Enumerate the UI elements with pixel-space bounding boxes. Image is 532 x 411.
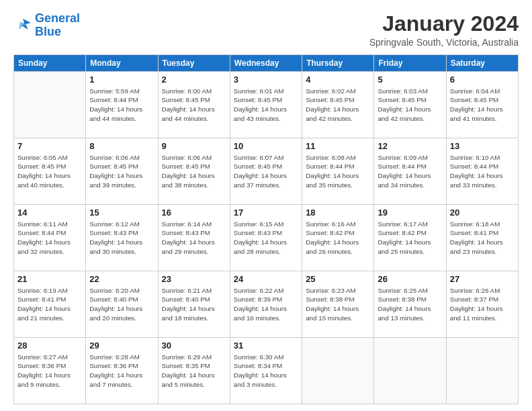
calendar-cell: 9Sunrise: 6:06 AMSunset: 8:45 PMDaylight… xyxy=(158,138,230,205)
col-thursday: Thursday xyxy=(302,55,374,72)
day-info: Sunrise: 6:21 AMSunset: 8:40 PMDaylight:… xyxy=(162,286,226,323)
day-info: Sunrise: 6:10 AMSunset: 8:44 PMDaylight:… xyxy=(450,153,515,190)
col-saturday: Saturday xyxy=(446,55,518,72)
day-number: 30 xyxy=(162,340,226,352)
day-number: 26 xyxy=(378,273,442,285)
day-number: 11 xyxy=(306,140,370,152)
calendar-cell: 25Sunrise: 6:23 AMSunset: 8:38 PMDayligh… xyxy=(302,271,374,338)
day-number: 3 xyxy=(234,74,298,86)
day-info: Sunrise: 6:25 AMSunset: 8:38 PMDaylight:… xyxy=(378,286,442,323)
day-info: Sunrise: 6:06 AMSunset: 8:45 PMDaylight:… xyxy=(89,153,154,190)
day-number: 14 xyxy=(17,207,82,219)
calendar-cell xyxy=(446,338,518,404)
day-number: 24 xyxy=(234,273,298,285)
day-info: Sunrise: 5:59 AMSunset: 8:44 PMDaylight:… xyxy=(89,87,154,124)
day-number: 4 xyxy=(306,74,370,86)
day-info: Sunrise: 6:17 AMSunset: 8:42 PMDaylight:… xyxy=(378,220,442,257)
day-info: Sunrise: 6:01 AMSunset: 8:45 PMDaylight:… xyxy=(234,87,298,124)
calendar-cell: 14Sunrise: 6:11 AMSunset: 8:44 PMDayligh… xyxy=(14,205,86,271)
col-monday: Monday xyxy=(86,55,158,72)
calendar-cell: 23Sunrise: 6:21 AMSunset: 8:40 PMDayligh… xyxy=(158,271,230,338)
week-row-4: 21Sunrise: 6:19 AMSunset: 8:41 PMDayligh… xyxy=(14,271,519,338)
calendar-cell: 4Sunrise: 6:02 AMSunset: 8:45 PMDaylight… xyxy=(302,72,374,138)
day-number: 21 xyxy=(17,273,82,285)
calendar-cell: 22Sunrise: 6:20 AMSunset: 8:40 PMDayligh… xyxy=(86,271,158,338)
calendar-cell: 6Sunrise: 6:04 AMSunset: 8:45 PMDaylight… xyxy=(446,72,518,138)
calendar-cell: 20Sunrise: 6:18 AMSunset: 8:41 PMDayligh… xyxy=(446,205,518,271)
week-row-3: 14Sunrise: 6:11 AMSunset: 8:44 PMDayligh… xyxy=(14,205,519,271)
col-tuesday: Tuesday xyxy=(158,55,230,72)
calendar-cell: 15Sunrise: 6:12 AMSunset: 8:43 PMDayligh… xyxy=(86,205,158,271)
col-friday: Friday xyxy=(374,55,446,72)
day-number: 8 xyxy=(89,140,154,152)
calendar-cell xyxy=(14,72,86,138)
day-number: 25 xyxy=(306,273,370,285)
day-info: Sunrise: 6:02 AMSunset: 8:45 PMDaylight:… xyxy=(306,87,370,124)
logo-text: General Blue xyxy=(35,12,80,39)
day-number: 2 xyxy=(162,74,226,86)
calendar-cell: 8Sunrise: 6:06 AMSunset: 8:45 PMDaylight… xyxy=(86,138,158,205)
day-number: 18 xyxy=(306,207,370,219)
month-title: January 2024 xyxy=(369,12,519,36)
calendar-table: Sunday Monday Tuesday Wednesday Thursday… xyxy=(13,54,519,404)
day-info: Sunrise: 6:19 AMSunset: 8:41 PMDaylight:… xyxy=(17,286,82,323)
day-info: Sunrise: 6:11 AMSunset: 8:44 PMDaylight:… xyxy=(17,220,82,257)
day-info: Sunrise: 6:29 AMSunset: 8:35 PMDaylight:… xyxy=(162,353,226,390)
day-number: 6 xyxy=(450,74,515,86)
calendar-cell: 26Sunrise: 6:25 AMSunset: 8:38 PMDayligh… xyxy=(374,271,446,338)
day-info: Sunrise: 6:04 AMSunset: 8:45 PMDaylight:… xyxy=(450,87,515,124)
calendar-cell: 27Sunrise: 6:26 AMSunset: 8:37 PMDayligh… xyxy=(446,271,518,338)
day-number: 29 xyxy=(89,340,154,352)
day-number: 15 xyxy=(89,207,154,219)
calendar-cell: 11Sunrise: 6:08 AMSunset: 8:44 PMDayligh… xyxy=(302,138,374,205)
calendar-cell: 18Sunrise: 6:16 AMSunset: 8:42 PMDayligh… xyxy=(302,205,374,271)
calendar-cell: 1Sunrise: 5:59 AMSunset: 8:44 PMDaylight… xyxy=(86,72,158,138)
day-number: 12 xyxy=(378,140,442,152)
day-info: Sunrise: 6:20 AMSunset: 8:40 PMDaylight:… xyxy=(89,286,154,323)
day-info: Sunrise: 6:14 AMSunset: 8:43 PMDaylight:… xyxy=(162,220,226,257)
logo-line2: Blue xyxy=(35,25,61,38)
calendar-cell: 24Sunrise: 6:22 AMSunset: 8:39 PMDayligh… xyxy=(230,271,302,338)
day-info: Sunrise: 6:06 AMSunset: 8:45 PMDaylight:… xyxy=(162,153,226,190)
day-info: Sunrise: 6:16 AMSunset: 8:42 PMDaylight:… xyxy=(306,220,370,257)
day-number: 13 xyxy=(450,140,515,152)
day-info: Sunrise: 6:05 AMSunset: 8:45 PMDaylight:… xyxy=(17,153,82,190)
calendar-cell xyxy=(374,338,446,404)
subtitle: Springvale South, Victoria, Australia xyxy=(369,37,519,48)
logo-line1: General xyxy=(35,11,80,25)
calendar-cell: 28Sunrise: 6:27 AMSunset: 8:36 PMDayligh… xyxy=(14,338,86,404)
day-info: Sunrise: 6:28 AMSunset: 8:36 PMDaylight:… xyxy=(89,353,154,390)
calendar-cell: 12Sunrise: 6:09 AMSunset: 8:44 PMDayligh… xyxy=(374,138,446,205)
day-info: Sunrise: 6:09 AMSunset: 8:44 PMDaylight:… xyxy=(378,153,442,190)
day-number: 9 xyxy=(162,140,226,152)
week-row-2: 7Sunrise: 6:05 AMSunset: 8:45 PMDaylight… xyxy=(14,138,519,205)
day-info: Sunrise: 6:22 AMSunset: 8:39 PMDaylight:… xyxy=(234,286,298,323)
logo: General Blue xyxy=(13,12,80,39)
day-info: Sunrise: 6:26 AMSunset: 8:37 PMDaylight:… xyxy=(450,286,515,323)
col-wednesday: Wednesday xyxy=(230,55,302,72)
calendar-cell: 5Sunrise: 6:03 AMSunset: 8:45 PMDaylight… xyxy=(374,72,446,138)
day-info: Sunrise: 6:08 AMSunset: 8:44 PMDaylight:… xyxy=(306,153,370,190)
day-info: Sunrise: 6:12 AMSunset: 8:43 PMDaylight:… xyxy=(89,220,154,257)
calendar-cell: 21Sunrise: 6:19 AMSunset: 8:41 PMDayligh… xyxy=(14,271,86,338)
day-info: Sunrise: 6:18 AMSunset: 8:41 PMDaylight:… xyxy=(450,220,515,257)
day-info: Sunrise: 6:15 AMSunset: 8:43 PMDaylight:… xyxy=(234,220,298,257)
week-row-1: 1Sunrise: 5:59 AMSunset: 8:44 PMDaylight… xyxy=(14,72,519,138)
day-number: 17 xyxy=(234,207,298,219)
day-number: 20 xyxy=(450,207,515,219)
day-number: 27 xyxy=(450,273,515,285)
day-info: Sunrise: 6:27 AMSunset: 8:36 PMDaylight:… xyxy=(17,353,82,390)
day-number: 10 xyxy=(234,140,298,152)
header-row: Sunday Monday Tuesday Wednesday Thursday… xyxy=(14,55,519,72)
calendar-cell: 30Sunrise: 6:29 AMSunset: 8:35 PMDayligh… xyxy=(158,338,230,404)
calendar-cell: 7Sunrise: 6:05 AMSunset: 8:45 PMDaylight… xyxy=(14,138,86,205)
day-info: Sunrise: 6:23 AMSunset: 8:38 PMDaylight:… xyxy=(306,286,370,323)
day-info: Sunrise: 6:07 AMSunset: 8:45 PMDaylight:… xyxy=(234,153,298,190)
calendar-cell: 10Sunrise: 6:07 AMSunset: 8:45 PMDayligh… xyxy=(230,138,302,205)
calendar-cell: 16Sunrise: 6:14 AMSunset: 8:43 PMDayligh… xyxy=(158,205,230,271)
day-info: Sunrise: 6:03 AMSunset: 8:45 PMDaylight:… xyxy=(378,87,442,124)
calendar-cell: 31Sunrise: 6:30 AMSunset: 8:34 PMDayligh… xyxy=(230,338,302,404)
day-number: 28 xyxy=(17,340,82,352)
day-number: 22 xyxy=(89,273,154,285)
day-number: 1 xyxy=(89,74,154,86)
